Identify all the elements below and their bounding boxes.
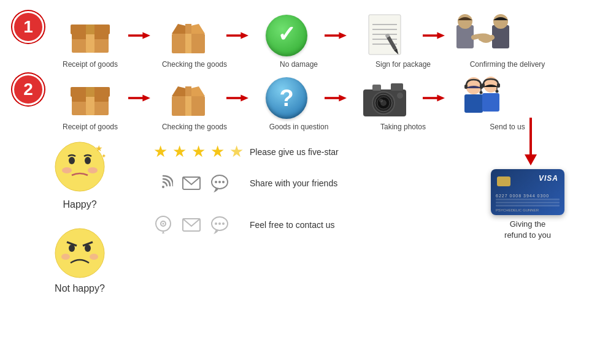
- credit-card: VISA 6227 0008 3944 0300 PSYCHEDELIC GUN…: [491, 169, 564, 215]
- svg-text:★: ★: [95, 143, 103, 153]
- svg-point-70: [69, 157, 75, 164]
- step1-icons-row: [50, 11, 547, 60]
- svg-rect-61: [464, 85, 468, 89]
- step2-item-question: [247, 74, 326, 123]
- receipt-icon: [63, 11, 118, 60]
- share-row: Share with your friends: [153, 173, 472, 193]
- label-photos-2: Taking photos: [363, 123, 443, 131]
- refund-text: Giving therefund to you: [504, 219, 551, 241]
- checking-icon: [161, 11, 216, 60]
- sign-icon: [357, 11, 412, 60]
- arrow-line: [529, 118, 532, 154]
- svg-rect-41: [185, 86, 191, 96]
- card-number: 6227 0008 3944 0300: [496, 194, 549, 198]
- svg-point-81: [162, 186, 164, 188]
- svg-rect-52: [372, 85, 381, 91]
- bottom-section: ★ ✦ Happy?: [12, 136, 577, 306]
- step2-item-photos: [345, 74, 425, 123]
- step1-number: 1: [12, 11, 44, 43]
- card-name: PSYCHEDELIC GUNNER: [496, 208, 539, 212]
- label-nodamage-1: No damage: [259, 60, 339, 69]
- arrow4: [422, 29, 446, 42]
- star5-icon: ★: [229, 142, 244, 161]
- step1-labels-row: Receipt of goods Checking the goods No d…: [50, 60, 547, 69]
- actions-col: ★ ★ ★ ★ ★ Please give us five-star: [153, 136, 472, 306]
- svg-text:✦: ✦: [101, 153, 106, 159]
- svg-rect-63: [482, 83, 485, 88]
- svg-point-86: [222, 181, 225, 183]
- svg-point-71: [85, 157, 91, 164]
- svg-point-92: [215, 222, 217, 225]
- label-receipt-1: Receipt of goods: [50, 60, 130, 69]
- contact-row: Feel free to contact us: [153, 215, 472, 235]
- card-brand: VISA: [539, 174, 558, 183]
- svg-point-93: [218, 222, 221, 225]
- phone-icon: [153, 173, 173, 193]
- card-lines: [496, 199, 560, 208]
- happy-emoji: ★ ✦: [51, 136, 109, 194]
- svg-point-85: [218, 181, 221, 183]
- five-star-row: ★ ★ ★ ★ ★ Please give us five-star: [153, 142, 472, 161]
- arrow-head: [525, 154, 537, 165]
- support-icon: [455, 74, 510, 123]
- svg-rect-5: [86, 25, 94, 34]
- card-chip: [497, 176, 510, 186]
- svg-rect-64: [497, 83, 500, 88]
- arrow2-2: [225, 92, 250, 104]
- refund-col: VISA 6227 0008 3944 0300 PSYCHEDELIC GUN…: [479, 118, 577, 306]
- receipt-icon-2: [63, 74, 118, 123]
- star2-icon: ★: [172, 142, 187, 161]
- label-receipt-2: Receipt of goods: [50, 123, 130, 131]
- step1-item-checking: [148, 11, 228, 60]
- contact-text: Feel free to contact us: [250, 220, 335, 230]
- contact-phone-icon: [153, 215, 173, 235]
- svg-rect-60: [482, 93, 499, 112]
- happy-block: ★ ✦ Happy?: [12, 136, 147, 210]
- contact-mail-icon: [182, 216, 201, 234]
- svg-point-89: [163, 223, 164, 225]
- not-happy-block: Not happy?: [12, 222, 147, 294]
- contact-icons: [153, 215, 242, 235]
- svg-point-76: [55, 229, 104, 278]
- step1-item-nodamage: [247, 11, 326, 60]
- not-happy-label: Not happy?: [55, 283, 105, 294]
- blue-question: [266, 77, 307, 119]
- label-question-2: Goods in question: [259, 123, 339, 131]
- label-sign-1: Sign for package: [363, 60, 443, 69]
- svg-rect-40: [185, 96, 191, 116]
- label-checking-1: Checking the goods: [155, 60, 234, 69]
- svg-rect-51: [391, 83, 403, 91]
- main-container: 1: [0, 0, 589, 364]
- step1-row: 1: [12, 11, 577, 69]
- svg-point-80: [90, 254, 98, 260]
- label-checking-2: Checking the goods: [155, 123, 234, 131]
- arrow1: [127, 29, 152, 42]
- not-happy-emoji: [51, 222, 109, 281]
- camera-icon: [357, 74, 412, 123]
- happy-label: Happy?: [63, 199, 96, 210]
- step2-item-sendtous: [443, 74, 523, 123]
- svg-point-29: [458, 14, 472, 29]
- share-text: Share with your friends: [250, 178, 337, 188]
- contact-chat-icon: [210, 216, 229, 234]
- five-star-text: Please give us five-star: [250, 147, 339, 157]
- svg-point-73: [88, 167, 98, 173]
- star4-icon: ★: [210, 142, 225, 161]
- happy-col: ★ ✦ Happy?: [12, 136, 147, 306]
- stars-icons: ★ ★ ★ ★ ★: [153, 142, 242, 161]
- arrow2: [225, 29, 250, 42]
- green-check: [266, 15, 307, 56]
- step2-item-receipt: [50, 74, 130, 123]
- svg-point-84: [215, 181, 217, 183]
- question-ball-icon: [259, 74, 314, 123]
- step2-labels-row: Receipt of goods Checking the goods Good…: [50, 123, 547, 131]
- star1-icon: ★: [153, 142, 167, 161]
- step1-item-receipt: [50, 11, 130, 60]
- svg-rect-10: [185, 24, 191, 34]
- svg-rect-58: [464, 94, 483, 113]
- vertical-arrow: [525, 118, 537, 165]
- star3-icon: ★: [191, 142, 206, 161]
- chat-icon: [210, 174, 229, 192]
- svg-point-72: [62, 167, 72, 173]
- svg-rect-36: [86, 87, 94, 97]
